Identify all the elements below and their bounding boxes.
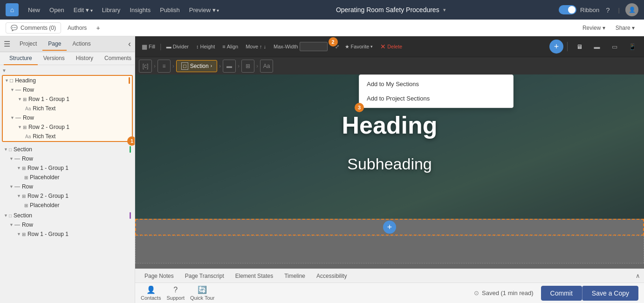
authors-btn[interactable]: Authors xyxy=(64,23,90,33)
breadcrumb-sep2: › xyxy=(172,63,174,69)
nav-open[interactable]: Open xyxy=(46,5,68,15)
home-button[interactable]: ⌂ xyxy=(6,3,19,16)
panel-collapse-arrow[interactable]: ‹ xyxy=(128,39,131,49)
breadcrumb-icon-3[interactable]: ▬ xyxy=(223,60,236,73)
s2-group1[interactable]: ▼ ⊞ Row 1 - Group 1 xyxy=(2,229,133,239)
divider-btn[interactable]: ▬ Divider xyxy=(164,42,192,51)
row1-arrow[interactable]: ▼ xyxy=(10,88,14,92)
comments-button[interactable]: 💬 Comments (0) xyxy=(6,22,61,34)
add-section-row[interactable]: + xyxy=(135,219,644,236)
tablet-view-btn[interactable]: ▭ xyxy=(607,40,623,53)
align-icon: ≡ xyxy=(222,44,225,49)
add-to-my-sections-item[interactable]: Add to My Sections xyxy=(359,77,513,91)
contacts-btn[interactable]: 👤 Contacts xyxy=(141,285,161,301)
height-btn[interactable]: ↕ Height xyxy=(193,42,218,51)
s1-group1[interactable]: ▼ ⊞ Row 1 - Group 1 xyxy=(2,163,133,173)
nav-edit[interactable]: Edit ▾ xyxy=(70,5,96,15)
save-copy-button[interactable]: Save a Copy xyxy=(582,286,638,301)
fill-btn[interactable]: ▦ Fill xyxy=(139,41,158,52)
section-1-group: ▼ □ Section ▼ — Row ▼ ⊞ Row 1 - Group 1 xyxy=(2,145,133,210)
row2-arrow[interactable]: ▼ xyxy=(10,115,14,120)
commit-button[interactable]: Commit xyxy=(541,286,582,301)
tree-collapse-top[interactable]: ▼ xyxy=(2,68,7,73)
s1-row-2[interactable]: ▼ — Row xyxy=(2,182,133,191)
move-up-icon: ↑ xyxy=(260,44,262,49)
review-btn[interactable]: Review ▾ xyxy=(579,23,609,33)
ribbon-label: Ribbon xyxy=(580,7,599,13)
section-breadcrumb-btn[interactable]: □ Section › xyxy=(176,60,217,72)
s1-row-1[interactable]: ▼ — Row xyxy=(2,154,133,163)
delete-btn[interactable]: ✕ Delete xyxy=(377,41,405,52)
bottom-tab-timeline[interactable]: Timeline xyxy=(279,271,311,281)
title-dropdown-arrow[interactable]: ▾ xyxy=(443,7,446,13)
hamburger-menu[interactable]: ☰ xyxy=(4,40,10,48)
support-btn[interactable]: ? Support xyxy=(166,286,185,301)
tree-row2-group1[interactable]: ▼ ⊞ Row 2 - Group 1 xyxy=(3,122,132,132)
star-icon: ★ xyxy=(345,44,349,50)
bottom-tab-element-states[interactable]: Element States xyxy=(230,271,279,281)
breadcrumb-icon-2[interactable]: ≡ xyxy=(158,60,171,73)
tree-row1-group1[interactable]: ▼ ⊞ Row 1 - Group 1 xyxy=(3,94,132,104)
tree-heading[interactable]: ▼ □ Heading xyxy=(3,76,132,85)
panel-tab-page[interactable]: Page xyxy=(42,38,67,51)
breadcrumb-sep5: › xyxy=(256,63,258,69)
nav-insights[interactable]: Insights xyxy=(126,5,154,15)
tree-row-2[interactable]: ▼ — Row xyxy=(3,113,132,122)
authors-plus[interactable]: + xyxy=(93,22,103,34)
section1-arrow[interactable]: ▼ xyxy=(4,147,8,152)
tree-richtext-1[interactable]: Aa Rich Text xyxy=(3,104,132,113)
move-btn[interactable]: Move ↑ ↓ xyxy=(243,42,269,51)
quick-tour-icon: 🔄 xyxy=(198,285,207,294)
add-section-button[interactable]: + xyxy=(549,40,563,54)
bottom-collapse-btn[interactable]: ∧ xyxy=(636,272,640,279)
max-width-input[interactable] xyxy=(300,42,328,51)
group1-arrow[interactable]: ▼ xyxy=(18,97,22,101)
second-navbar: 💬 Comments (0) Authors + Review ▾ Share … xyxy=(0,20,644,36)
heading-color-bar xyxy=(129,77,130,84)
ribbon-toggle[interactable] xyxy=(559,5,576,14)
favorite-btn[interactable]: ★ Favorite ▾ xyxy=(342,42,376,52)
bottom-tab-accessibility[interactable]: Accessibility xyxy=(311,271,352,281)
share-btn[interactable]: Share ▾ xyxy=(612,23,638,33)
add-to-project-sections-item[interactable]: Add to Project Sections xyxy=(359,91,513,106)
s1-placeholder-1[interactable]: ⊞ Placeholder xyxy=(2,173,133,182)
sub-tab-versions[interactable]: Versions xyxy=(38,52,70,65)
clock-icon: ⊙ xyxy=(474,290,479,296)
user-avatar[interactable]: 👤 xyxy=(625,3,638,16)
section-btn-wrapper: □ Section › xyxy=(176,60,217,72)
tree-section-1[interactable]: ▼ □ Section xyxy=(2,145,133,154)
bottom-tab-transcript[interactable]: Page Transcript xyxy=(179,271,230,281)
sub-tab-structure[interactable]: Structure xyxy=(4,52,38,65)
breadcrumb-icon-5[interactable]: Aa xyxy=(260,60,273,73)
heading-arrow[interactable]: ▼ xyxy=(5,78,9,83)
heading-label: Heading xyxy=(15,77,128,84)
nav-new[interactable]: New xyxy=(24,5,44,15)
mobile-view-btn[interactable]: 📱 xyxy=(624,40,640,53)
s2-row-1[interactable]: ▼ — Row xyxy=(2,220,133,229)
panel-tab-project[interactable]: Project xyxy=(14,38,42,51)
s1-placeholder-2[interactable]: ⊞ Placeholder xyxy=(2,201,133,210)
tree-row-1[interactable]: ▼ — Row xyxy=(3,85,132,94)
breadcrumb-icon-1[interactable]: [c] xyxy=(139,60,152,73)
nav-preview[interactable]: Preview ▾ xyxy=(185,5,223,15)
tree-section-2[interactable]: ▼ □ Section xyxy=(2,211,133,220)
group2-arrow[interactable]: ▼ xyxy=(18,125,22,129)
add-section-plus[interactable]: + xyxy=(383,221,396,234)
desktop-view-btn[interactable]: 🖥 xyxy=(571,40,587,53)
bottom-tab-page-notes[interactable]: Page Notes xyxy=(139,271,179,281)
max-width-btn[interactable]: Max-Width xyxy=(271,40,330,53)
help-button[interactable]: ? xyxy=(603,5,612,15)
s1-group2[interactable]: ▼ ⊞ Row 2 - Group 1 xyxy=(2,191,133,201)
nav-publish[interactable]: Publish xyxy=(156,5,184,15)
move-label: Move xyxy=(246,44,258,49)
sub-tab-comments[interactable]: Comments xyxy=(99,52,137,65)
sub-tab-history[interactable]: History xyxy=(70,52,99,65)
nav-library[interactable]: Library xyxy=(98,5,124,15)
align-btn[interactable]: ≡ Align xyxy=(219,42,241,51)
panel-tab-actions[interactable]: Actions xyxy=(67,38,96,51)
saved-status: ⊙ Saved (1 min read) xyxy=(474,290,534,296)
tree-richtext-2[interactable]: Aa Rich Text xyxy=(3,132,132,141)
breadcrumb-icon-4[interactable]: ⊞ xyxy=(241,60,254,73)
wide-view-btn[interactable]: ▬ xyxy=(589,40,605,53)
quick-tour-btn[interactable]: 🔄 Quick Tour xyxy=(190,285,214,301)
